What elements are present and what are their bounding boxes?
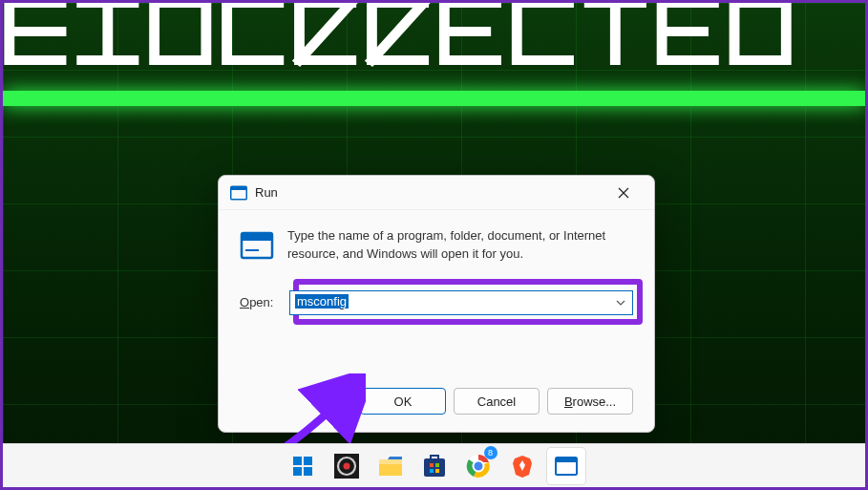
dialog-description: Type the name of a program, folder, docu…	[287, 227, 633, 264]
taskbar-app-chrome[interactable]: 8	[459, 448, 498, 484]
titlebar[interactable]: Run	[219, 176, 654, 210]
cancel-button-label: Cancel	[477, 394, 516, 409]
browse-button-label: Browse...	[564, 394, 616, 409]
wallpaper-text	[3, 3, 865, 89]
taskbar-app-run-active[interactable]	[547, 448, 585, 484]
ok-button[interactable]: OK	[360, 388, 446, 415]
taskbar: 8	[3, 443, 865, 487]
open-input[interactable]	[289, 290, 633, 315]
run-icon	[240, 231, 274, 260]
svg-rect-8	[304, 467, 312, 476]
taskbar-app-store[interactable]	[415, 448, 454, 484]
browse-button[interactable]: Browse...	[547, 388, 633, 415]
svg-rect-18	[435, 469, 439, 473]
run-taskbar-icon	[555, 457, 578, 476]
svg-rect-1	[231, 186, 247, 190]
svg-rect-15	[430, 463, 434, 467]
file-explorer-icon	[378, 456, 403, 477]
ms-store-icon	[422, 454, 447, 479]
svg-rect-17	[430, 469, 434, 473]
taskbar-app-obs[interactable]	[328, 448, 366, 484]
chrome-badge: 8	[484, 446, 498, 459]
svg-rect-13	[379, 459, 402, 464]
run-titlebar-icon	[230, 185, 247, 201]
ok-button-label: OK	[394, 394, 413, 409]
open-label: Open:	[240, 295, 280, 309]
close-button[interactable]	[604, 180, 643, 206]
open-combobox[interactable]: msconfig	[289, 290, 633, 315]
taskbar-app-brave[interactable]	[503, 448, 541, 484]
svg-rect-5	[293, 457, 302, 465]
svg-rect-7	[293, 467, 302, 476]
svg-point-11	[343, 462, 349, 469]
obs-icon	[334, 454, 359, 479]
wallpaper-green-bar	[3, 91, 865, 106]
svg-rect-3	[242, 233, 272, 241]
close-icon	[618, 187, 629, 199]
cancel-button[interactable]: Cancel	[454, 388, 540, 415]
run-dialog: Run Type the name of a program, folder, …	[218, 175, 655, 433]
svg-rect-16	[435, 463, 439, 467]
taskbar-app-explorer[interactable]	[371, 448, 410, 484]
svg-rect-23	[556, 458, 577, 462]
windows-icon	[291, 455, 314, 478]
brave-icon	[512, 454, 533, 479]
dialog-title: Run	[255, 185, 604, 200]
svg-rect-6	[304, 457, 312, 465]
svg-rect-14	[424, 458, 445, 477]
start-button[interactable]	[284, 448, 322, 484]
